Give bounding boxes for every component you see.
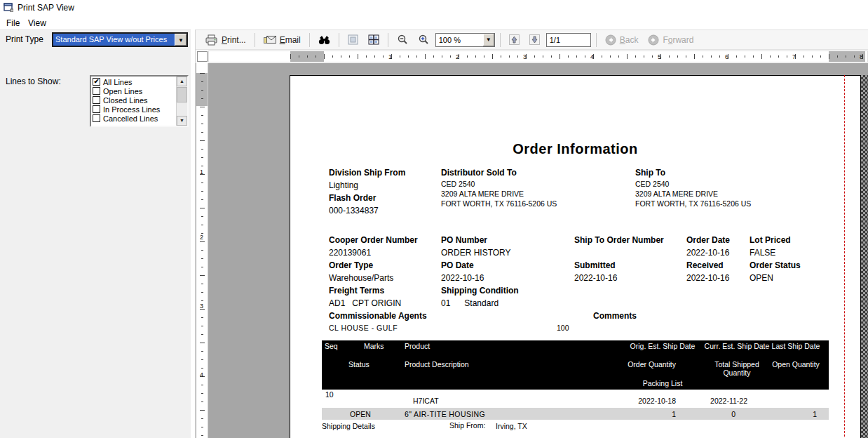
print-button-label: Print...	[222, 35, 246, 45]
col-open-quantity: Open Quantity	[761, 360, 831, 369]
previous-page-button[interactable]	[506, 32, 523, 47]
zoom-in-button[interactable]	[414, 32, 433, 48]
preview-toolbar: Print... Email	[196, 30, 868, 50]
zoom-level-value: 100 %	[436, 34, 483, 46]
order-lines-table: Seq Marks Product Orig. Est. Ship Date C…	[322, 340, 829, 432]
list-item-open-lines[interactable]: Open Lines	[91, 86, 176, 95]
next-page-button[interactable]	[526, 32, 543, 47]
scroll-up-icon[interactable]: ▲	[177, 77, 187, 86]
list-item-label: Closed Lines	[103, 96, 148, 105]
find-button[interactable]	[315, 33, 334, 47]
checkbox-open-lines[interactable]	[93, 87, 100, 95]
single-page-view-button[interactable]	[344, 32, 362, 47]
col-last-ship-date: Last Ship Date	[761, 342, 831, 350]
po-date-value: 2022-10-16	[441, 273, 484, 283]
list-item-in-process-lines[interactable]: In Process Lines	[91, 105, 176, 114]
lines-to-show-label: Lines to Show:	[6, 77, 61, 86]
distributor-address-line: FORT WORTH, TX 76116-5206 US	[441, 199, 557, 208]
checkbox-in-process-lines[interactable]	[93, 105, 100, 113]
commissionable-agents-value: CL HOUSE - GULF	[329, 324, 398, 332]
zoom-out-icon	[397, 34, 408, 46]
col-order-quantity: Order Quantity	[606, 360, 676, 369]
checkbox-closed-lines[interactable]	[93, 96, 100, 104]
checkbox-all-lines[interactable]: ✔	[93, 78, 100, 86]
ruler-mark: 2	[200, 234, 203, 241]
vertical-ruler: 1 2 3 4	[196, 63, 208, 438]
shipping-condition-label: Shipping Condition	[441, 286, 519, 296]
printer-icon	[205, 34, 218, 46]
preview-area[interactable]: 1 2 3 4 Order Information Division Ship …	[196, 63, 868, 438]
scroll-down-icon[interactable]: ▼	[177, 116, 187, 126]
toolbar-separator	[255, 33, 255, 47]
back-button[interactable]: Back	[602, 32, 642, 48]
order-status-value: OPEN	[750, 273, 773, 283]
toolbar-separator	[309, 33, 310, 47]
menu-view[interactable]: View	[25, 18, 49, 29]
document-page: Order Information Division Ship From Lig…	[290, 75, 861, 438]
cell-total-shipped: 0	[665, 410, 735, 418]
col-product-description: Product Description	[405, 360, 469, 369]
print-type-label: Print Type	[6, 34, 43, 44]
table-row: Shipping Details Ship From: Irving, TX	[322, 420, 829, 432]
cell-status: OPEN	[350, 410, 371, 418]
ruler-mark: 7	[792, 53, 796, 60]
toolbar-separator	[388, 33, 388, 47]
order-type-value: Warehouse/Parts	[329, 273, 393, 283]
lot-priced-label: Lot Priced	[750, 235, 791, 245]
email-button-label: Email	[280, 35, 301, 45]
ship-from-value: Irving, TX	[496, 422, 527, 430]
shipping-condition-value: 01 Standard	[441, 298, 499, 308]
ruler-mark: 4	[590, 53, 594, 60]
forward-button-label: Forward	[663, 35, 693, 45]
menu-file[interactable]: File	[4, 18, 22, 29]
commissionable-agents-label: Commissionable Agents	[329, 311, 427, 321]
division-ship-from-label: Division Ship From	[329, 168, 405, 178]
ruler-mark: 3	[200, 303, 203, 310]
menubar: File View	[0, 15, 868, 29]
single-page-icon	[348, 34, 358, 45]
app-form-icon	[4, 3, 13, 12]
scrollbar-thumb[interactable]	[177, 87, 187, 102]
list-item-cancelled-lines[interactable]: Cancelled Lines	[91, 114, 176, 123]
list-item-closed-lines[interactable]: Closed Lines	[91, 95, 176, 105]
submitted-label: Submitted	[574, 260, 616, 270]
order-date-label: Order Date	[686, 235, 730, 245]
forward-button[interactable]: Forward	[644, 32, 697, 48]
distributor-address-line: 3209 ALTA MERE DRIVE	[441, 190, 524, 198]
zoom-out-button[interactable]	[393, 32, 412, 48]
flash-order-value: 000-1334837	[329, 206, 379, 215]
ruler-mark: 3	[523, 53, 527, 60]
po-number-value: ORDER HISTORY	[441, 248, 511, 258]
list-item-label: Open Lines	[103, 87, 142, 95]
order-date-value: 2022-10-16	[686, 248, 729, 258]
print-type-selected-value: Standard SAP View w/out Prices	[53, 34, 175, 46]
table-row: 10 H7ICAT 2022-10-18 2022-11-22	[322, 390, 829, 408]
multi-page-view-button[interactable]	[365, 32, 383, 47]
page-number-input[interactable]	[546, 33, 591, 47]
col-product: Product	[405, 342, 430, 350]
toolbar-separator	[500, 33, 501, 47]
list-item-label: All Lines	[103, 78, 133, 86]
flash-order-label: Flash Order	[329, 193, 376, 203]
received-label: Received	[686, 260, 724, 270]
email-button[interactable]: Email	[260, 33, 304, 47]
print-type-dropdown[interactable]: Standard SAP View w/out Prices ▼	[52, 32, 188, 47]
horizontal-ruler: 1 2 3 4 5 6 7 8	[208, 51, 868, 62]
toolbar-separator	[339, 33, 339, 47]
document-title: Order Information	[290, 141, 860, 157]
binoculars-icon	[318, 35, 330, 45]
print-type-dropdown-arrow-icon[interactable]: ▼	[175, 34, 187, 46]
listbox-scrollbar[interactable]: ▲ ▼	[176, 77, 187, 126]
cooper-order-number-label: Cooper Order Number	[329, 235, 418, 245]
print-button[interactable]: Print...	[201, 32, 250, 48]
list-item-all-lines[interactable]: ✔ All Lines	[91, 77, 176, 86]
zoom-dropdown-arrow-icon[interactable]: ▼	[483, 34, 494, 46]
ship-to-order-number-label: Ship To Order Number	[574, 235, 664, 245]
lot-priced-value: FALSE	[750, 248, 775, 258]
ship-to-address-line: FORT WORTH, TX 76116-5206 US	[635, 199, 751, 208]
list-item-label: Cancelled Lines	[103, 114, 158, 123]
checkbox-cancelled-lines[interactable]	[93, 114, 100, 122]
zoom-level-dropdown[interactable]: 100 % ▼	[435, 33, 495, 47]
ship-to-address-line: CED 2540	[635, 180, 669, 188]
cell-product: H7ICAT	[413, 397, 439, 405]
